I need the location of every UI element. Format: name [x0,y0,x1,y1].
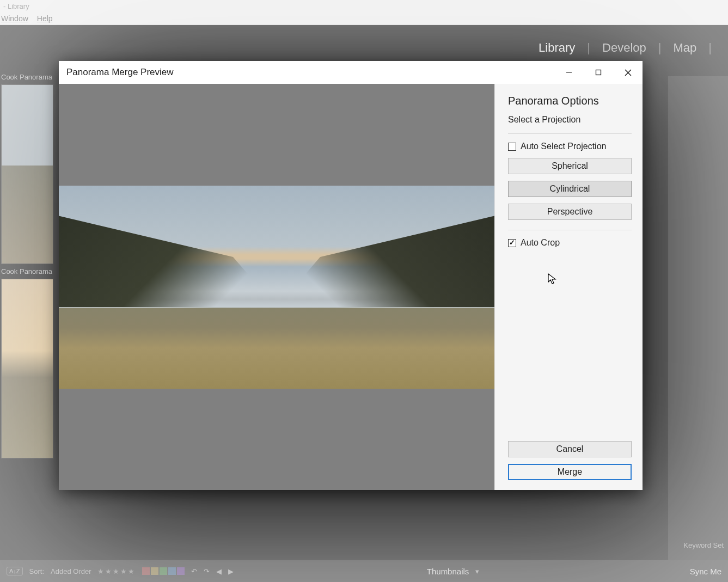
projection-cylindrical-button[interactable]: Cylindrical [508,181,632,197]
thumb-label: Cook Panorama (2) [0,71,54,83]
checkbox-label: Auto Crop [521,238,560,248]
button-label: Merge [558,467,582,477]
separator: | [658,41,662,55]
app-titlebar: - Library [0,0,728,12]
checkbox-icon [508,143,516,151]
menu-window[interactable]: Window [1,14,28,23]
auto-crop-checkbox[interactable]: Auto Crop [508,238,632,248]
panorama-preview-image [59,186,494,389]
dialog-title: Panorama Merge Preview [66,67,174,78]
play-icon[interactable]: ▶ [228,567,234,575]
close-button[interactable] [613,61,643,84]
module-map[interactable]: Map [673,41,696,55]
sort-value[interactable]: Added Order [51,567,91,575]
prev-icon[interactable]: ◀ [216,567,222,575]
divider [508,230,632,230]
options-heading: Panorama Options [508,95,632,107]
rotate-right-icon[interactable]: ↷ [204,567,210,575]
color-swatches[interactable] [142,567,185,575]
button-label: Spherical [552,161,588,171]
menu-help[interactable]: Help [37,14,53,23]
right-panel: Keyword Set [668,76,728,560]
separator: | [708,41,712,55]
thumbnail[interactable] [1,84,53,264]
chevron-down-icon[interactable]: ▾ [475,567,479,575]
projection-perspective-button[interactable]: Perspective [508,204,632,220]
module-picker: Library | Develop | Map | [539,32,712,64]
thumbnails-dropdown[interactable]: Thumbnails [427,567,469,576]
merge-button[interactable]: Merge [508,464,632,480]
menubar: Window Help [0,12,728,25]
button-label: Cylindrical [550,184,590,194]
projection-spherical-button[interactable]: Spherical [508,158,632,174]
button-label: Perspective [547,207,593,217]
checkbox-label: Auto Select Projection [521,142,606,151]
thumb-label: Cook Panorama (6) [0,265,54,278]
sort-label: Sort: [29,567,44,575]
divider [508,133,632,134]
left-thumbnails: Cook Panorama (2) Cook Panorama (6) [0,71,54,560]
sort-toggle-icon[interactable]: A↓Z [7,567,23,575]
sync-button[interactable]: Sync Me [690,567,721,576]
module-develop[interactable]: Develop [602,41,646,55]
panorama-options-panel: Panorama Options Select a Projection Aut… [494,84,643,490]
button-label: Cancel [556,444,584,454]
svg-rect-1 [596,70,601,75]
app-title: - Library [3,2,29,10]
auto-select-projection-checkbox[interactable]: Auto Select Projection [508,142,632,151]
projection-heading: Select a Projection [508,115,632,125]
toolbar: A↓Z Sort: Added Order ★★★★★ ↶ ↷ ◀ ▶ Thum… [0,560,728,582]
minimize-button[interactable] [554,61,584,84]
cancel-button[interactable]: Cancel [508,441,632,457]
separator: | [587,41,590,55]
checkbox-checked-icon [508,239,516,247]
keyword-set-label: Keyword Set [683,541,724,549]
dialog-titlebar[interactable]: Panorama Merge Preview [59,61,643,84]
rating-stars[interactable]: ★★★★★ [97,567,136,575]
module-library[interactable]: Library [539,41,575,55]
panorama-merge-dialog: Panorama Merge Preview Panorama Options … [59,61,643,490]
rotate-left-icon[interactable]: ↶ [191,567,197,575]
preview-area [59,84,494,490]
maximize-button[interactable] [584,61,613,84]
thumbnail[interactable] [1,279,53,458]
